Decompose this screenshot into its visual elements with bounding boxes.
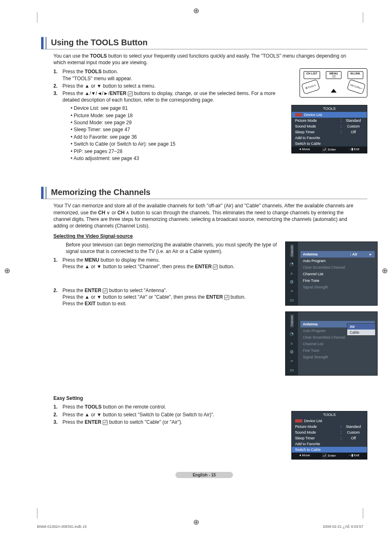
bullet-item: Device List: see page 81 [71,105,279,112]
step-item: 1.Press the TOOLS button on the remote c… [53,404,279,410]
osd-row: Add to Favorite [292,135,367,141]
sub-heading-easy-setting: Easy Setting [53,395,367,401]
osd-row: Switch to Cable [292,141,367,146]
sidebar-icon: ▵ [289,270,295,276]
sidebar-icon: ≈ [289,358,295,364]
remote-btn-chlist: CH LIST [304,71,320,79]
osd-footer: ♦ Move ⏎ Enter →▮ Exit [292,146,367,153]
bullet-item: Auto adjustment: see page 43 [71,155,279,162]
remote-diagram: CH LIST MENU▯▯▯ W.LINK 🛠 TOOLS RETURN ↶ [300,68,367,98]
bullet-item: Sound Mode: see page 29 [71,119,279,126]
device-icon [295,113,302,116]
osd-row: Sound Mode:Custom [292,430,367,435]
bullet-item: Sleep Timer: see page 47 [71,126,279,133]
osd-row: Sleep Timer:Off [292,435,367,441]
menu-tab-channel: Channel [290,314,294,327]
osd-row: Picture Mode:Standard [292,424,367,430]
bullet-item: Add to Favorite: see page 36 [71,134,279,141]
section2-intro: Your TV can memorize and store all of th… [53,202,355,229]
popup-option: Air [347,324,375,330]
step-item: 3.Press the ▲/▼/◄/►/ENTER ⏎ buttons to d… [53,90,279,103]
section-title: Using the TOOLS Button [51,37,148,49]
menu-row: Fine Tune [300,277,375,284]
menu-row: Auto Program [300,258,375,264]
crop-mark-icon: ⊕ [193,6,199,15]
enter-icon: ⏎ [128,91,133,96]
osd-row: Picture Mode:Standard [292,118,367,123]
channel-menu-osd-2: Channel ◔ ▵ ⚙ ≈ ▭ AntennaAuto ProgramCle… [285,311,378,376]
osd-row: Switch to Cable [292,447,367,453]
sidebar-icon: ◔ [289,261,295,267]
section-memorizing-channels: Memorizing the Channels [41,187,367,199]
sidebar-icon: ▵ [289,340,295,346]
step-item: 1.Press the MENU button to display the m… [53,257,279,270]
sub1-intro: Before your television can begin memoriz… [66,241,279,255]
osd-title: TOOLS [292,105,367,112]
menu-row: Channel List [300,271,375,277]
footer-date: 2008-02-21 ¿ÀÈ 9:03:57 [323,525,363,529]
sub-heading-signal-source: Selecting the Video Signal-source [53,233,367,239]
menu-row: Signal Strength [300,284,375,290]
remote-btn-return: RETURN ↶ [347,79,366,95]
crop-mark-icon: ⊕ [382,266,388,275]
menu-row: Signal Strength [300,354,375,360]
enter-icon: ⏎ [103,420,108,425]
antenna-popup: AirCable [347,323,376,336]
sidebar-icon: ◔ [289,331,295,337]
remote-btn-tools: 🛠 TOOLS [301,79,320,95]
sidebar-icon: ≈ [289,288,295,294]
device-icon [295,419,302,423]
enter-icon: ⏎ [224,295,229,300]
osd-row: Sleep Timer:Off [292,129,367,135]
step-item: 1.Press the TOOLS button.The "TOOLS" men… [53,68,279,81]
remote-btn-wlink: W.LINK [348,71,363,79]
gear-icon: ⚙ [289,349,295,355]
osd-row: Device List [292,112,367,118]
menu-tab-channel: Channel [290,244,294,258]
tools-osd-2: TOOLS Device ListPicture Mode:StandardSo… [291,411,367,460]
menu-row: Channel List [300,341,375,347]
bullet-item: Picture Mode: see page 18 [71,112,279,119]
gear-icon: ⚙ [289,279,295,285]
channel-menu-osd-1: Channel ◔ ▵ ⚙ ≈ ▭ Antenna: Air►Auto Prog… [285,241,378,306]
sidebar-icon: ▭ [289,297,295,303]
section-title: Memorizing the Channels [51,187,150,199]
osd-title: TOOLS [292,411,367,418]
step-item: 2.Press the ▲ or ▼ button to select a me… [53,83,279,89]
step-item: 3.Press the ENTER ⏎ button to switch "Ca… [53,419,279,425]
crop-mark-icon: ⊕ [4,266,10,275]
osd-row: Device List [292,418,367,424]
tools-bullet-list: Device List: see page 81Picture Mode: se… [71,105,279,162]
menu-row: Clear Scrambled Channel [300,264,375,271]
osd-row: Sound Mode:Custom [292,123,367,129]
enter-icon: ⏎ [213,265,218,269]
tools-osd: TOOLS Device ListPicture Mode:StandardSo… [291,105,367,153]
osd-row: Add to Favorite [292,441,367,447]
remote-nav-up-icon [331,89,337,93]
menu-row: Fine Tune [300,347,375,354]
sidebar-icon: ▭ [289,367,295,373]
osd-footer: ♦ Move ⏎ Enter →▮ Exit [292,453,367,459]
bullet-item: PIP: see pages 27~28 [71,148,279,155]
bullet-item: Switch to Cable (or Switch to Air): see … [71,141,279,148]
footer-doc: BN68-01392A-00ENG.indb 15 [37,525,87,529]
step-item: 2.Press the ENTER ⏎ button to select "An… [53,287,279,307]
menu-row: Antenna: Air► [300,251,375,258]
section-using-tools: Using the TOOLS Button [41,37,367,49]
step-item: 2.Press the ▲ or ▼ button to select "Swi… [53,411,279,418]
section1-intro: You can use the TOOLS button to select y… [53,53,355,66]
remote-btn-menu: MENU▯▯▯ [326,71,341,79]
enter-icon: ⏎ [103,288,108,293]
page-footer: English - 15 [175,472,233,478]
popup-option: Cable [347,330,375,335]
